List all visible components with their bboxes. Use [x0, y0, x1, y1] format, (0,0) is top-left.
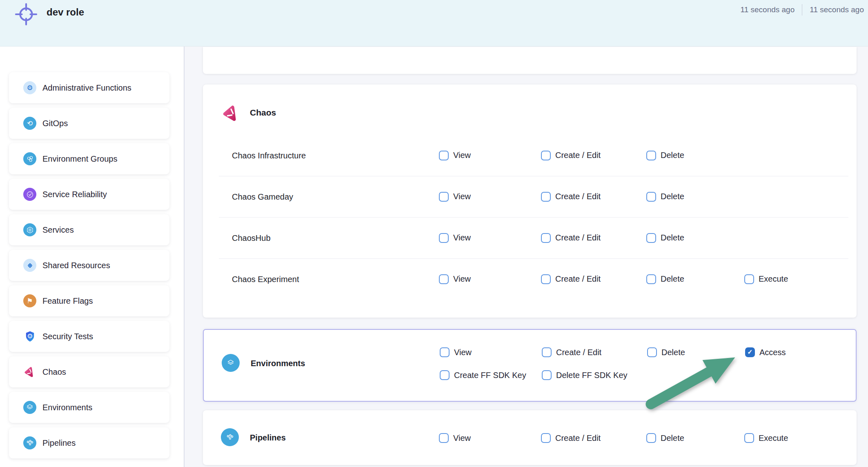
permission-delete[interactable]: Delete [647, 347, 685, 358]
sidebar-item-label: Administrative Functions [42, 83, 131, 93]
target-crosshair-icon [15, 3, 38, 26]
permission-label: Delete [661, 434, 684, 443]
sidebar-item-label: Feature Flags [42, 296, 93, 306]
permission-delete[interactable]: Delete [646, 191, 684, 202]
checkbox-unchecked[interactable] [541, 192, 551, 202]
checkbox-unchecked[interactable] [541, 274, 551, 284]
permission-create-edit[interactable]: Create / Edit [541, 150, 601, 161]
permission-create-edit[interactable]: Create / Edit [542, 347, 601, 358]
service-reliability-icon [23, 188, 36, 201]
resource-label-pipelines: Pipelines [250, 433, 286, 443]
permission-create-edit[interactable]: Create / Edit [541, 432, 601, 444]
checkbox-unchecked[interactable] [646, 274, 656, 284]
sidebar-item-gitops[interactable]: ⟲GitOps [9, 108, 169, 139]
chaos-rows: Chaos InfrastructureViewCreate / EditDel… [203, 135, 857, 300]
timestamp-left: 11 seconds ago [741, 5, 795, 14]
feature-flags-icon: ⚑ [23, 294, 36, 307]
card-title-chaos: Chaos [250, 108, 276, 118]
checkbox-unchecked[interactable] [542, 370, 552, 380]
checkbox-unchecked[interactable] [541, 151, 551, 160]
sidebar-item-label: Security Tests [42, 332, 93, 341]
checkbox-unchecked[interactable] [439, 233, 449, 243]
permission-label: Execute [759, 274, 788, 284]
environments-permissions-card: Environments ViewCreate / EditDelete✓Acc… [203, 329, 857, 402]
sidebar-item-security-tests[interactable]: Security Tests [9, 321, 169, 352]
timestamp-right: 11 seconds ago [810, 5, 864, 14]
sidebar-item-administrative-functions[interactable]: ⚙Administrative Functions [9, 72, 169, 103]
permission-delete[interactable]: Delete [646, 432, 684, 444]
resource-category-sidebar: ⚙Administrative Functions⟲GitOpsEnvironm… [0, 46, 185, 467]
checkbox-unchecked[interactable] [542, 347, 552, 357]
checkbox-unchecked[interactable] [440, 370, 450, 380]
permission-view[interactable]: View [439, 191, 471, 202]
page-title: dev role [47, 7, 84, 18]
permission-label: Create FF SDK Key [454, 371, 526, 380]
sidebar-item-service-reliability[interactable]: Service Reliability [9, 179, 169, 210]
permission-label: Delete [661, 348, 685, 357]
partial-card-top [203, 47, 857, 74]
environments-icon [222, 354, 240, 372]
checkbox-unchecked[interactable] [439, 151, 449, 160]
permission-label: View [453, 192, 471, 201]
sidebar-item-environments[interactable]: Environments [9, 392, 169, 423]
checkbox-unchecked[interactable] [646, 151, 656, 160]
permission-label: View [453, 434, 471, 443]
sidebar-item-label: Pipelines [42, 438, 76, 448]
pipelines-permissions-card: Pipelines ViewCreate / EditDeleteExecute [203, 410, 857, 465]
permission-label: View [453, 151, 471, 160]
permission-label: Delete [661, 151, 684, 160]
permission-create-edit[interactable]: Create / Edit [541, 232, 601, 244]
permission-label: Create / Edit [555, 151, 601, 160]
permission-label: View [453, 274, 471, 284]
permission-execute[interactable]: Execute [744, 274, 788, 285]
checkbox-unchecked[interactable] [646, 192, 656, 202]
checkbox-unchecked[interactable] [744, 433, 754, 443]
sidebar-item-label: Services [42, 225, 74, 235]
permission-delete[interactable]: Delete [646, 232, 684, 244]
sidebar-item-label: Environment Groups [42, 154, 117, 164]
permission-execute[interactable]: Execute [744, 432, 788, 444]
checkbox-unchecked[interactable] [647, 347, 657, 357]
checkbox-unchecked[interactable] [744, 274, 754, 284]
permission-view[interactable]: View [439, 232, 471, 244]
sidebar-item-feature-flags[interactable]: ⚑Feature Flags [9, 285, 169, 316]
sidebar-item-chaos[interactable]: Chaos [9, 356, 169, 387]
sidebar-item-services[interactable]: Services [9, 214, 169, 245]
checkbox-unchecked[interactable] [541, 433, 551, 443]
permission-delete[interactable]: Delete [646, 150, 684, 161]
sidebar-item-environment-groups[interactable]: Environment Groups [9, 143, 169, 174]
sidebar-item-shared-resources[interactable]: Shared Resources [9, 250, 169, 281]
permission-access[interactable]: ✓Access [745, 347, 786, 358]
permission-create-edit[interactable]: Create / Edit [541, 191, 601, 202]
chaos-icon [23, 365, 36, 378]
sidebar-item-label: Service Reliability [42, 190, 107, 199]
checkbox-unchecked[interactable] [440, 347, 450, 357]
checkbox-unchecked[interactable] [541, 233, 551, 243]
permission-delete[interactable]: Delete [646, 274, 684, 285]
checkbox-unchecked[interactable] [646, 433, 656, 443]
resource-label: Chaos Gameday [232, 192, 293, 201]
permission-label: View [454, 348, 472, 357]
environments-icon [23, 401, 36, 414]
checkbox-unchecked[interactable] [439, 274, 449, 284]
permission-label: View [453, 233, 471, 242]
timestamps: 11 seconds ago 11 seconds ago [741, 4, 864, 16]
checkbox-unchecked[interactable] [439, 433, 449, 443]
permission-label: Delete [661, 274, 684, 284]
permission-create-edit[interactable]: Create / Edit [541, 274, 601, 285]
checkbox-unchecked[interactable] [439, 192, 449, 202]
permission-label: Delete [661, 233, 684, 242]
permission-view[interactable]: View [439, 274, 471, 285]
permission-delete-ff-sdk-key[interactable]: Delete FF SDK Key [542, 369, 628, 381]
chaos-permissions-card: Chaos Chaos InfrastructureViewCreate / E… [203, 85, 857, 318]
resource-label: ChaosHub [232, 233, 271, 242]
permission-view[interactable]: View [440, 347, 472, 358]
permission-create-ff-sdk-key[interactable]: Create FF SDK Key [440, 369, 526, 381]
checkbox-unchecked[interactable] [646, 233, 656, 243]
sidebar-item-pipelines[interactable]: Pipelines [9, 427, 169, 458]
permission-view[interactable]: View [439, 150, 471, 161]
permission-view[interactable]: View [439, 432, 471, 444]
permission-label: Delete FF SDK Key [556, 371, 628, 380]
checkbox-checked[interactable]: ✓ [745, 347, 755, 357]
timestamp-divider [802, 4, 802, 16]
